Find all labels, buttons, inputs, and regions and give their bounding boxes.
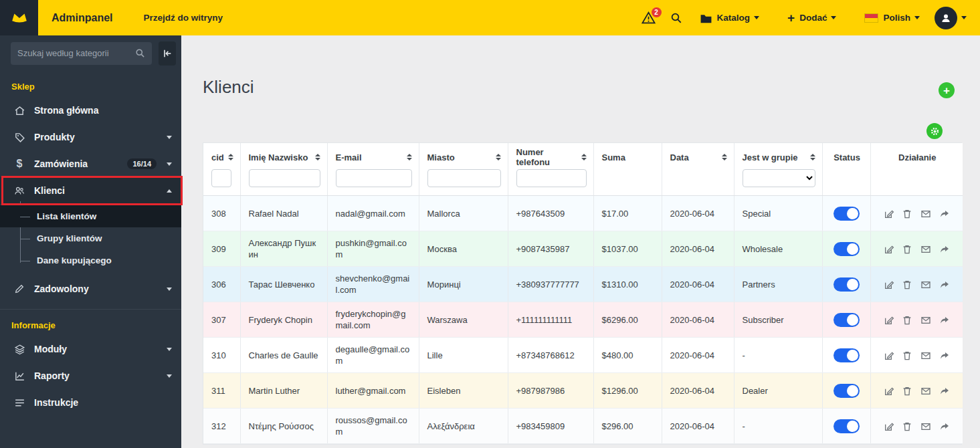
- table-row: 308 Rafael Nadal nadal@gmail.com Mallorc…: [203, 196, 963, 231]
- edit-icon[interactable]: [884, 279, 894, 290]
- language-menu[interactable]: Polish: [864, 13, 920, 23]
- cell-status: [822, 409, 870, 444]
- column-label[interactable]: Miasto: [427, 152, 455, 162]
- sort-icon[interactable]: [810, 154, 815, 160]
- status-toggle[interactable]: [834, 348, 860, 362]
- status-toggle[interactable]: [834, 419, 860, 433]
- sidebar-item-home[interactable]: Strona główna: [0, 97, 181, 124]
- users-icon: [13, 185, 25, 197]
- sort-icon[interactable]: [315, 154, 320, 160]
- mail-icon[interactable]: [920, 244, 931, 255]
- delete-icon[interactable]: [902, 421, 912, 432]
- goto-site-link[interactable]: Przejdź do witryny: [144, 13, 223, 23]
- sidebar-item-products[interactable]: Produkty: [0, 124, 181, 150]
- cell-cid: 310: [203, 338, 240, 373]
- chevron-down-icon: [914, 16, 920, 19]
- status-toggle[interactable]: [834, 313, 860, 327]
- cell-name: Александр Пушкин: [240, 231, 327, 267]
- sidebar-search-input[interactable]: [17, 48, 135, 58]
- cell-city: Lille: [419, 338, 508, 373]
- sort-icon[interactable]: [722, 154, 727, 160]
- crown-logo-icon: [11, 9, 28, 27]
- table-row: 311 Martin Luther luther@gmail.com Eisle…: [203, 373, 963, 409]
- sidebar-item-reports[interactable]: Raporty: [0, 362, 181, 389]
- mail-icon[interactable]: [920, 421, 931, 432]
- search-icon[interactable]: [135, 48, 145, 58]
- status-toggle[interactable]: [834, 242, 860, 256]
- cell-status: [822, 338, 870, 373]
- mail-icon[interactable]: [920, 386, 931, 397]
- sidebar-item-label: Produkty: [34, 132, 163, 142]
- filter-cid-input[interactable]: [211, 169, 231, 187]
- topbar-search-button[interactable]: [670, 12, 682, 24]
- alerts-button[interactable]: 2: [642, 11, 656, 24]
- status-toggle[interactable]: [834, 207, 860, 221]
- column-label[interactable]: Data: [670, 152, 689, 162]
- filter-city-input[interactable]: [427, 169, 501, 187]
- cell-cid: 312: [203, 409, 240, 444]
- delete-icon[interactable]: [902, 209, 912, 219]
- sidebar-item-orders[interactable]: $ Zamówienia 16/14: [0, 150, 181, 177]
- column-label[interactable]: Jest w grupie: [743, 152, 798, 162]
- filter-email-input[interactable]: [336, 169, 412, 187]
- delete-icon[interactable]: [902, 244, 912, 255]
- edit-icon[interactable]: [884, 209, 894, 219]
- mail-icon[interactable]: [920, 350, 931, 361]
- edit-icon[interactable]: [884, 421, 894, 432]
- sidebar-item-customer-list[interactable]: Lista klientów: [0, 205, 181, 227]
- mail-icon[interactable]: [920, 279, 931, 290]
- account-menu[interactable]: [935, 7, 967, 29]
- sidebar-item-content[interactable]: Zadowolony: [0, 275, 181, 302]
- sidebar-collapse-button[interactable]: [159, 41, 176, 66]
- sidebar-item-label: Raporty: [34, 370, 163, 381]
- sidebar-item-customer-groups[interactable]: Grupy klientów: [0, 227, 181, 249]
- share-icon[interactable]: [939, 209, 950, 219]
- mail-icon[interactable]: [920, 315, 931, 326]
- sidebar-item-buyer-data[interactable]: Dane kupującego: [0, 249, 181, 271]
- share-icon[interactable]: [939, 279, 950, 290]
- add-menu[interactable]: + Dodać: [787, 11, 836, 24]
- chevron-down-icon: [167, 162, 172, 166]
- status-toggle[interactable]: [834, 384, 860, 398]
- share-icon[interactable]: [939, 386, 950, 397]
- app-logo[interactable]: [0, 0, 38, 35]
- sidebar-item-modules[interactable]: Moduły: [0, 336, 181, 362]
- column-label[interactable]: Numer telefonu: [516, 147, 577, 167]
- chevron-down-icon: [167, 348, 172, 351]
- cell-city: Mallorca: [419, 196, 508, 231]
- filter-name-input[interactable]: [249, 169, 320, 187]
- plus-icon: +: [787, 11, 795, 24]
- mail-icon[interactable]: [920, 209, 931, 219]
- delete-icon[interactable]: [902, 279, 912, 290]
- share-icon[interactable]: [939, 315, 950, 326]
- filter-group-select[interactable]: [743, 169, 815, 187]
- filter-phone-input[interactable]: [516, 169, 587, 187]
- cell-city: Москва: [419, 231, 508, 267]
- add-customer-button[interactable]: +: [939, 82, 955, 98]
- sort-icon[interactable]: [496, 154, 501, 160]
- settings-button[interactable]: [926, 123, 943, 139]
- sidebar-search-row: [0, 35, 181, 71]
- sort-icon[interactable]: [228, 154, 233, 160]
- column-label[interactable]: cid: [211, 152, 224, 162]
- sidebar-item-customers[interactable]: Klienci: [0, 177, 181, 204]
- sort-icon[interactable]: [407, 154, 412, 160]
- sidebar-item-instructions[interactable]: Instrukcje: [0, 389, 181, 416]
- column-label[interactable]: E-mail: [336, 152, 362, 162]
- delete-icon[interactable]: [902, 350, 912, 361]
- column-label[interactable]: Imię Nazwisko: [249, 152, 308, 162]
- toggle-knob: [847, 421, 858, 432]
- delete-icon[interactable]: [902, 386, 912, 397]
- sort-icon[interactable]: [581, 154, 587, 160]
- edit-icon[interactable]: [884, 350, 894, 361]
- share-icon[interactable]: [939, 350, 950, 361]
- share-icon[interactable]: [939, 421, 950, 432]
- status-toggle[interactable]: [834, 277, 860, 292]
- share-icon[interactable]: [939, 244, 950, 255]
- edit-icon[interactable]: [884, 244, 894, 255]
- catalog-menu[interactable]: Katalog: [700, 13, 760, 23]
- edit-icon[interactable]: [884, 386, 894, 397]
- edit-icon[interactable]: [884, 315, 894, 326]
- delete-icon[interactable]: [902, 315, 912, 326]
- cell-name: Charles de Gaulle: [240, 338, 327, 373]
